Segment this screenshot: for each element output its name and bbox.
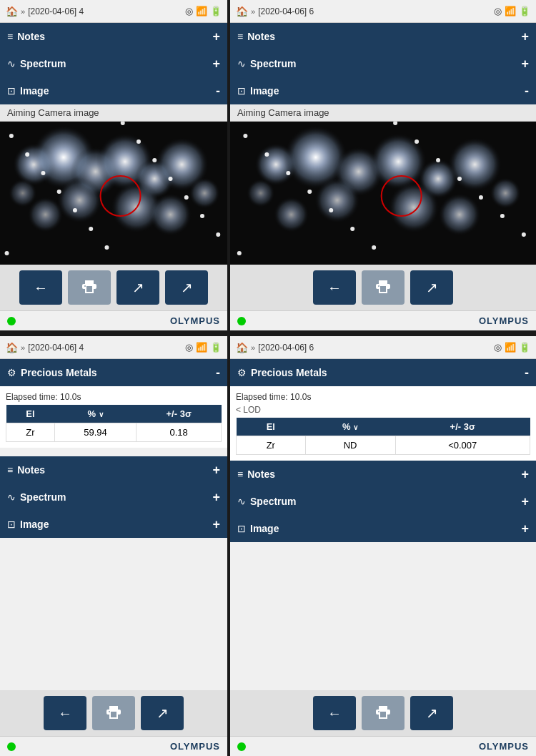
data-table-p3: El % ∨ +/- 3σ Zr 59.94 0.18 xyxy=(6,405,222,442)
pm-icon-p3: ⚙ xyxy=(7,367,16,378)
image-toggle-p2[interactable]: - xyxy=(525,84,529,99)
print-button-p2[interactable] xyxy=(362,270,405,305)
pm-toggle-p3[interactable]: - xyxy=(216,365,220,381)
col-el-p4: El xyxy=(237,418,306,436)
status-dot-p1 xyxy=(7,317,16,325)
brand-label-p3: OLYMPUS xyxy=(170,741,220,752)
precious-metals-header-p3[interactable]: ⚙ Precious Metals - xyxy=(0,359,227,386)
wifi-icon-p3: 📶 xyxy=(196,342,207,353)
back-button-p3[interactable]: ← xyxy=(44,696,86,730)
sigma-val-p4: <0.007 xyxy=(395,436,530,455)
expand2-button-p1[interactable]: ↗ xyxy=(165,270,208,305)
bottom-bar-p3: ← ↗ xyxy=(0,690,227,736)
image-label-p1: Image xyxy=(20,85,216,97)
notes-icon-p4: ≡ xyxy=(237,468,243,480)
home-icon-p2: 🏠 xyxy=(236,6,248,17)
home-icon: 🏠 xyxy=(6,6,18,17)
image-label-p2: Image xyxy=(250,85,525,97)
col-pct-p3: % ∨ xyxy=(54,405,137,423)
sigma-val-p3: 0.18 xyxy=(137,423,222,442)
breadcrumb-panel4: [2020-04-06] 6 xyxy=(258,343,494,353)
image-label-p4: Image xyxy=(250,523,521,534)
notes-icon-p3: ≡ xyxy=(7,464,13,476)
data-section-p3: Elapsed time: 10.0s El % ∨ +/- 3σ Zr 59.… xyxy=(0,386,227,448)
spectrum-toggle-p2[interactable]: + xyxy=(521,57,529,72)
image-icon-p4: ⊡ xyxy=(237,523,246,534)
spectrum-toggle-p4[interactable]: + xyxy=(521,494,529,509)
notes-toggle-p4[interactable]: + xyxy=(521,467,529,482)
status-icons-panel1: ◎ 📶 🔋 xyxy=(185,6,222,16)
el-val-p3: Zr xyxy=(6,423,55,442)
image-toggle-p3[interactable]: + xyxy=(212,517,220,532)
breadcrumb-panel3: [2020-04-06] 4 xyxy=(28,343,185,353)
back-button-p4[interactable]: ← xyxy=(313,696,356,730)
notes-header-p4[interactable]: ≡ Notes + xyxy=(230,461,536,488)
image-header-p2[interactable]: ⊡ Image - xyxy=(230,77,536,104)
spectrum-header-p2[interactable]: ∿ Spectrum + xyxy=(230,50,536,77)
notes-header-p3[interactable]: ≡ Notes + xyxy=(0,456,227,483)
image-section-p1: Aiming Camera image xyxy=(0,104,227,265)
notes-toggle-p3[interactable]: + xyxy=(212,463,220,478)
pct-val-p4: ND xyxy=(305,436,395,455)
home-icon-p4: 🏠 xyxy=(236,342,248,353)
pm-toggle-p4[interactable]: - xyxy=(525,365,529,381)
status-dot-p4 xyxy=(237,742,246,751)
signal-icon-p4: ◎ xyxy=(494,342,502,353)
status-icons-panel4: ◎ 📶 🔋 xyxy=(494,342,530,353)
spectrum-label-p2: Spectrum xyxy=(250,58,521,69)
chevrons-icon-p2: » xyxy=(251,7,255,16)
expand1-button-p3[interactable]: ↗ xyxy=(141,696,184,730)
print-button-p3[interactable] xyxy=(92,696,135,730)
back-button-p2[interactable]: ← xyxy=(313,270,356,305)
image-header-p3[interactable]: ⊡ Image + xyxy=(0,511,227,538)
wifi-icon-p4: 📶 xyxy=(505,342,516,353)
battery-icon-p3: 🔋 xyxy=(210,342,222,353)
print-button-p1[interactable] xyxy=(68,270,111,305)
image-header-p4[interactable]: ⊡ Image + xyxy=(230,515,536,542)
col-el-p3: El xyxy=(6,405,55,423)
col-sigma-p3: +/- 3σ xyxy=(137,405,222,423)
pct-val-p3: 59.94 xyxy=(54,423,137,442)
spectrum-icon-p3: ∿ xyxy=(7,491,16,503)
notes-label-p1: Notes xyxy=(17,31,212,42)
expand1-button-p1[interactable]: ↗ xyxy=(116,270,159,305)
notes-toggle-p1[interactable]: + xyxy=(212,29,220,44)
status-dot-p2 xyxy=(237,317,246,325)
spectrum-toggle-p3[interactable]: + xyxy=(212,490,220,505)
image-toggle-p1[interactable]: - xyxy=(216,84,220,99)
image-header-p1[interactable]: ⊡ Image - xyxy=(0,77,227,104)
print-button-p4[interactable] xyxy=(362,696,405,730)
expand1-button-p4[interactable]: ↗ xyxy=(410,696,453,730)
image-toggle-p4[interactable]: + xyxy=(521,521,529,536)
spectrum-toggle-p1[interactable]: + xyxy=(212,57,220,72)
elapsed-p3: Elapsed time: 10.0s xyxy=(6,392,222,402)
image-section-p2: Aiming Camera image xyxy=(230,104,536,265)
notes-icon-p1: ≡ xyxy=(7,31,13,42)
data-section-p4: Elapsed time: 10.0s < LOD El % ∨ +/- 3σ … xyxy=(230,386,536,461)
table-row-p3: Zr 59.94 0.18 xyxy=(6,423,222,442)
back-button-p1[interactable]: ← xyxy=(19,270,62,305)
spectrum-header-p3[interactable]: ∿ Spectrum + xyxy=(0,483,227,511)
notes-header-p2[interactable]: ≡ Notes + xyxy=(230,23,536,50)
precious-metals-header-p4[interactable]: ⚙ Precious Metals - xyxy=(230,359,536,386)
spectrum-header-p1[interactable]: ∿ Spectrum + xyxy=(0,50,227,77)
notes-toggle-p2[interactable]: + xyxy=(521,29,529,44)
statusbar-panel3: 🏠 » [2020-04-06] 4 ◎ 📶 🔋 xyxy=(0,336,227,359)
wifi-icon-p2: 📶 xyxy=(505,6,516,16)
camera-image-p2 xyxy=(230,122,536,265)
notes-label-p3: Notes xyxy=(17,464,212,476)
brand-label-p4: OLYMPUS xyxy=(479,741,529,752)
status-dot-p3 xyxy=(7,742,16,751)
spectrum-header-p4[interactable]: ∿ Spectrum + xyxy=(230,488,536,515)
chevrons-icon: » xyxy=(21,7,25,16)
image-icon-p3: ⊡ xyxy=(7,519,16,530)
expand1-button-p2[interactable]: ↗ xyxy=(410,270,453,305)
brand-label-p2: OLYMPUS xyxy=(479,315,529,326)
battery-icon: 🔋 xyxy=(210,6,222,16)
camera-image-p1 xyxy=(0,122,227,265)
lod-text-p4: < LOD xyxy=(236,405,530,415)
notes-header-p1[interactable]: ≡ Notes + xyxy=(0,23,227,50)
status-icons-panel2: ◎ 📶 🔋 xyxy=(494,6,530,16)
footer-p1: OLYMPUS xyxy=(0,310,227,330)
spectrum-label-p1: Spectrum xyxy=(20,58,212,69)
